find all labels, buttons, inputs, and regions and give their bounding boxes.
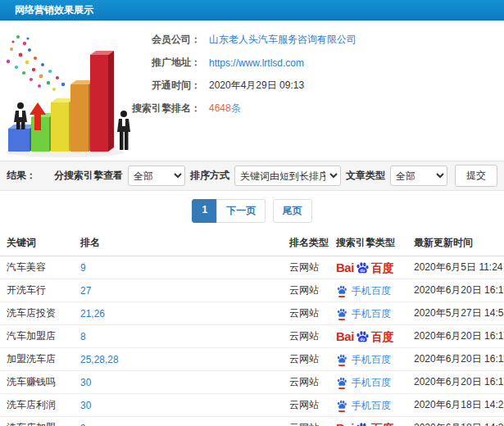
keyword-cell: 洗车赚钱吗 — [0, 371, 74, 394]
updated-cell: 2020年6月20日 16:11 — [407, 348, 504, 371]
filter-controls: 分搜索引擎查看 全部 排序方式 关键词由短到长排序 文章类型 全部 提交 — [54, 165, 497, 187]
col-engine-type: 搜索引擎类型 — [329, 229, 407, 256]
page-title: 网络营销效果展示 — [0, 0, 504, 20]
rank-type-cell: 云网站 — [283, 302, 329, 325]
table-row: 开洗车行 27 云网站 Bai du 百度 — [0, 279, 504, 302]
company-info-fields: 会员公司： 山东老人头汽车服务咨询有限公司 推广地址： https://www.… — [97, 33, 356, 125]
engine-filter-label: 分搜索引擎查看 — [54, 169, 123, 183]
keyword-cell: 洗车店加盟 — [0, 417, 74, 426]
mobile-baidu-logo: 手机百度 — [336, 284, 391, 297]
rank-type-cell: 云网站 — [283, 348, 329, 371]
svg-text:du: du — [360, 269, 365, 273]
promo-url-link[interactable]: https://www.lrtlsd.com — [209, 57, 304, 69]
engine-filter-select[interactable]: 全部 — [128, 165, 185, 186]
updated-cell: 2020年6月20日 16:12 — [407, 325, 504, 348]
rank-type-cell: 云网站 — [283, 325, 329, 348]
submit-button[interactable]: 提交 — [455, 165, 497, 187]
page-1-button[interactable]: 1 — [192, 199, 217, 223]
engine-rank-label: 搜索引擎排名： — [97, 102, 201, 116]
next-page-button[interactable]: 下一页 — [216, 199, 266, 223]
rank-link[interactable]: 3 — [80, 423, 86, 426]
rank-type-cell: 云网站 — [283, 417, 329, 426]
table-header-row: 关键词 排名 排名类型 搜索引擎类型 最新更新时间 — [0, 229, 504, 256]
mobile-baidu-paw-icon — [336, 376, 347, 389]
rank-type-cell: 云网站 — [283, 394, 329, 417]
open-time-value: 2020年4月29日 09:13 — [209, 79, 304, 93]
company-info-section: 会员公司： 山东老人头汽车服务咨询有限公司 推广地址： https://www.… — [0, 20, 504, 161]
rank-link[interactable]: 8 — [80, 331, 86, 342]
rank-link[interactable]: 9 — [80, 262, 86, 274]
rank-link[interactable]: 30 — [80, 377, 91, 388]
rank-type-cell: 云网站 — [283, 279, 329, 302]
col-rank: 排名 — [74, 229, 283, 256]
engine-cell: Bai du 百度 — [329, 417, 407, 426]
rank-cell: 30 — [74, 371, 283, 394]
confetti-dots — [7, 35, 65, 91]
sort-filter-select[interactable]: 关键词由短到长排序 — [234, 165, 341, 186]
company-label: 会员公司： — [97, 33, 201, 47]
engine-cell: Bai du 百度 — [329, 371, 407, 394]
col-keyword: 关键词 — [0, 229, 74, 256]
filter-bar: 结果： 分搜索引擎查看 全部 排序方式 关键词由短到长排序 文章类型 全部 提交 — [0, 161, 504, 191]
updated-cell: 2020年6月20日 16:12 — [407, 371, 504, 394]
keyword-cell: 洗车店投资 — [0, 302, 74, 325]
company-link[interactable]: 山东老人头汽车服务咨询有限公司 — [209, 33, 356, 47]
baidu-paw-icon: du — [355, 329, 370, 343]
updated-cell: 2020年6月20日 16:16 — [407, 279, 504, 302]
mobile-baidu-paw-icon — [336, 284, 347, 297]
rank-cell: 25,28,28 — [74, 348, 283, 371]
updated-cell: 2020年6月18日 14:30 — [407, 417, 504, 426]
rank-cell: 9 — [74, 256, 283, 279]
baidu-paw-icon: du — [355, 421, 370, 426]
rank-cell: 8 — [74, 325, 283, 348]
keyword-cell: 开洗车行 — [0, 279, 74, 302]
mobile-baidu-paw-icon — [336, 307, 347, 320]
col-rank-type: 排名类型 — [283, 229, 329, 256]
rank-cell: 30 — [74, 394, 283, 417]
rank-type-cell: 云网站 — [283, 256, 329, 279]
mobile-baidu-logo: 手机百度 — [336, 353, 391, 366]
results-table: 关键词 排名 排名类型 搜索引擎类型 最新更新时间 汽车美容 9 云网站 Bai — [0, 229, 504, 426]
mobile-baidu-logo: 手机百度 — [336, 307, 391, 320]
baidu-paw-icon: du — [355, 261, 370, 274]
updated-cell: 2020年6月18日 14:27 — [407, 394, 504, 417]
article-type-select[interactable]: 全部 — [390, 165, 447, 186]
updated-cell: 2020年6月5日 11:24 — [407, 256, 504, 279]
result-label: 结果： — [7, 169, 36, 183]
promo-url-label: 推广地址： — [97, 56, 201, 70]
rank-link[interactable]: 30 — [80, 400, 91, 411]
table-row: 汽车加盟店 8 云网站 Bai du 百度 — [0, 325, 504, 348]
engine-cell: Bai du 百度 — [329, 348, 407, 371]
engine-cell: Bai du 百度 — [329, 325, 407, 348]
keyword-cell: 汽车美容 — [0, 256, 74, 279]
rank-type-cell: 云网站 — [283, 371, 329, 394]
engine-cell: Bai du 百度 — [329, 394, 407, 417]
rank-link[interactable]: 27 — [80, 285, 91, 297]
rank-link[interactable]: 25,28,28 — [80, 354, 119, 365]
table-row: 洗车店利润 30 云网站 Bai du 百度 — [0, 394, 504, 417]
mobile-baidu-logo: 手机百度 — [336, 399, 391, 412]
engine-cell: Bai du 百度 — [329, 256, 407, 279]
svg-text:du: du — [360, 338, 365, 342]
pagination: 1 下一页 尾页 — [0, 191, 504, 229]
rank-cell: 3 — [74, 417, 283, 426]
article-type-label: 文章类型 — [346, 169, 385, 183]
keyword-cell: 加盟洗车店 — [0, 348, 74, 371]
table-row: 洗车店加盟 3 云网站 Bai du 百度 — [0, 417, 504, 426]
open-time-row: 开通时间： 2020年4月29日 09:13 — [97, 79, 356, 93]
mobile-baidu-paw-icon — [336, 399, 347, 412]
baidu-logo: Bai du 百度 — [336, 329, 394, 343]
baidu-logo: Bai du 百度 — [336, 261, 394, 274]
rank-count-unit: 条 — [231, 102, 241, 114]
table-row: 洗车店投资 21,26 云网站 Bai du 百度 — [0, 302, 504, 325]
keyword-cell: 洗车店利润 — [0, 394, 74, 417]
engine-rank-row: 搜索引擎排名： 4648条 — [97, 102, 356, 116]
rank-cell: 27 — [74, 279, 283, 302]
promo-url-row: 推广地址： https://www.lrtlsd.com — [97, 56, 356, 70]
rank-link[interactable]: 21,26 — [80, 308, 105, 320]
table-row: 加盟洗车店 25,28,28 云网站 Bai du 百度 — [0, 348, 504, 371]
engine-cell: Bai du 百度 — [329, 279, 407, 302]
last-page-button[interactable]: 尾页 — [273, 199, 312, 223]
updated-cell: 2020年5月27日 14:58 — [407, 302, 504, 325]
engine-rank-value: 4648条 — [209, 102, 241, 116]
